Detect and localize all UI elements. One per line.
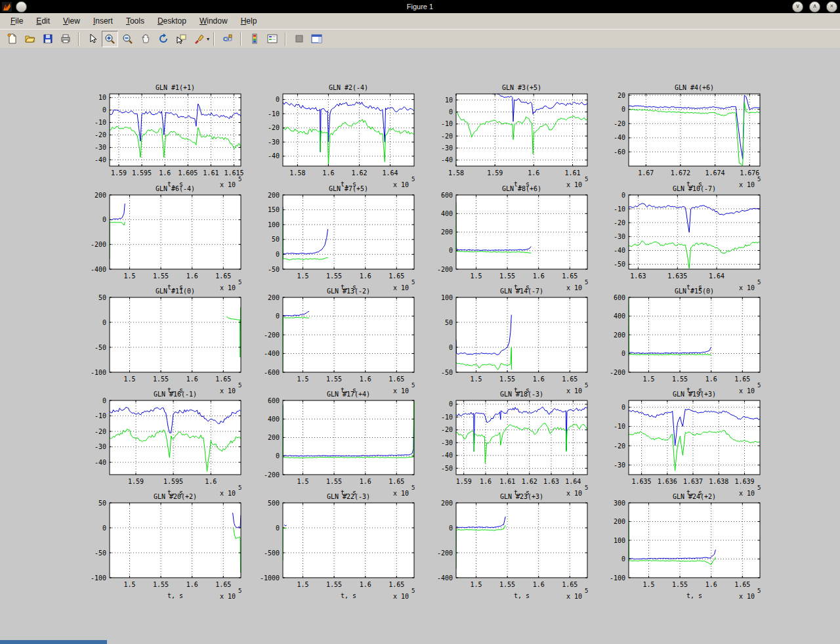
svg-text:-400: -400 xyxy=(91,266,106,273)
subplot-6[interactable]: 1.51.551.61.65200150100500-50GLN #7(+5)t… xyxy=(268,185,415,291)
subplot-8[interactable]: 1.631.6351.640-10-20-30-40-50GLN #10(-7)… xyxy=(614,185,761,291)
svg-text:1.5: 1.5 xyxy=(297,581,308,588)
x-axis-exponent: x 10 xyxy=(220,181,236,188)
svg-text:1.638: 1.638 xyxy=(709,478,728,485)
subplot-title: GLN #11(0) xyxy=(156,288,195,295)
svg-text:1.65: 1.65 xyxy=(388,376,404,383)
svg-text:1.59: 1.59 xyxy=(456,478,472,485)
svg-text:1.55: 1.55 xyxy=(326,376,342,383)
subplot-7[interactable]: 1.51.551.61.656004002000-200GLN #8(+6)t,… xyxy=(437,185,589,291)
figure-canvas[interactable]: 1.591.5951.61.6051.611.615100-10-20-30-4… xyxy=(0,48,840,644)
window-titlebar[interactable]: Figure 1 ∨ ∧ × xyxy=(0,0,840,13)
hide-plot-tools-button[interactable] xyxy=(291,31,307,47)
background-window-strip xyxy=(0,640,107,644)
selection-arrow-icon xyxy=(87,33,98,44)
subplot-12[interactable]: 1.51.551.61.656004002000-200GLN #15(0)t,… xyxy=(610,288,761,395)
subplot-15[interactable]: 1.591.61.611.621.631.640-10-20-30-40-50G… xyxy=(441,391,588,497)
subplot-10[interactable]: 1.51.551.61.652000-200-400-600GLN #13(-2… xyxy=(264,288,415,395)
svg-text:400: 400 xyxy=(614,312,625,320)
close-button[interactable]: × xyxy=(826,1,837,12)
svg-text:-100: -100 xyxy=(91,574,106,582)
subplot-14[interactable]: 1.51.551.61.656004002000-200GLN #17(+4)t… xyxy=(264,391,415,497)
svg-text:-50: -50 xyxy=(441,369,453,376)
x-axis-exponent: x 10 xyxy=(566,284,582,291)
subplot-2[interactable]: 1.581.61.621.640-10-20-30-40GLN #2(-4)t,… xyxy=(268,84,415,188)
svg-text:1.65: 1.65 xyxy=(215,272,231,280)
maximize-button[interactable]: ∧ xyxy=(809,1,820,12)
svg-text:-10: -10 xyxy=(94,119,106,126)
brush-data-button[interactable] xyxy=(190,31,207,47)
edit-plot-button[interactable] xyxy=(84,31,100,47)
menu-edit[interactable]: Edit xyxy=(30,14,56,28)
svg-text:-20: -20 xyxy=(94,428,106,435)
subplot-title: GLN #10(-7) xyxy=(673,185,716,192)
pan-button[interactable] xyxy=(137,31,154,47)
menu-view[interactable]: View xyxy=(56,14,87,28)
subplot-17[interactable]: 1.51.551.61.65500-50-100GLN #20(+2)t, sx… xyxy=(91,493,242,600)
subplot-5[interactable]: 1.51.551.61.652000-200-400GLN #6(-4)t, s… xyxy=(91,185,242,291)
svg-text:0: 0 xyxy=(102,397,106,404)
subplot-title: GLN #20(+2) xyxy=(154,493,197,500)
svg-text:20: 20 xyxy=(618,92,625,99)
svg-text:5: 5 xyxy=(585,279,588,286)
insert-legend-button[interactable] xyxy=(264,31,280,47)
menu-help[interactable]: Help xyxy=(234,14,264,28)
subplot-1[interactable]: 1.591.5951.61.6051.611.615100-10-20-30-4… xyxy=(94,84,244,188)
new-figure-button[interactable] xyxy=(4,31,20,47)
subplot-title: GLN #7(+5) xyxy=(329,185,368,192)
svg-text:-20: -20 xyxy=(614,219,625,226)
x-axis-exponent: x 10 xyxy=(393,593,409,600)
menu-desktop[interactable]: Desktop xyxy=(151,14,193,28)
brush-dropdown-caret[interactable]: ▾ xyxy=(207,36,209,42)
svg-text:-50: -50 xyxy=(614,261,625,268)
minimize-button[interactable]: ∨ xyxy=(792,1,803,12)
subplot-9[interactable]: 1.51.551.61.65500-50-100GLN #11(0)t, sx … xyxy=(91,288,242,395)
subplot-13[interactable]: 1.591.5951.60-10-20-30-40GLN #16(-1)t, s… xyxy=(94,391,242,497)
menu-window[interactable]: Window xyxy=(193,14,234,28)
window-menu-button[interactable] xyxy=(16,1,27,12)
show-plot-tools-button[interactable] xyxy=(308,31,325,47)
subplot-4[interactable]: 1.671.6721.6741.676200-20-40-60GLN #4(+6… xyxy=(614,84,761,188)
open-file-button[interactable] xyxy=(22,31,38,47)
svg-text:0: 0 xyxy=(621,555,625,563)
subplot-16[interactable]: 1.6351.6361.6371.6381.6390-10-20-30GLN #… xyxy=(614,391,761,497)
svg-text:-20: -20 xyxy=(441,426,453,433)
print-figure-button[interactable] xyxy=(57,31,74,47)
svg-text:0: 0 xyxy=(276,525,280,532)
data-cursor-button[interactable] xyxy=(173,31,189,47)
menu-insert[interactable]: Insert xyxy=(87,14,119,28)
svg-text:1.65: 1.65 xyxy=(215,376,231,383)
menu-tools[interactable]: Tools xyxy=(119,14,151,28)
subplot-20[interactable]: 1.51.551.61.653002001000-100GLN #24(+2)t… xyxy=(610,493,761,600)
subplot-11[interactable]: 1.51.551.61.65100500-50GLN #14(-7)t, sx … xyxy=(441,288,588,395)
pan-hand-icon xyxy=(140,33,151,44)
svg-text:1.65: 1.65 xyxy=(734,581,750,588)
zoom-in-button[interactable] xyxy=(102,31,118,47)
subplot-3[interactable]: 1.581.591.61.61100-10-20-30-40GLN #3(+5)… xyxy=(441,81,588,188)
svg-text:1.6: 1.6 xyxy=(480,478,492,485)
svg-text:0: 0 xyxy=(621,404,625,411)
svg-text:0: 0 xyxy=(449,344,453,351)
insert-colorbar-button[interactable] xyxy=(246,31,262,47)
zoom-out-button[interactable] xyxy=(119,31,136,47)
svg-text:1.58: 1.58 xyxy=(448,169,464,177)
save-figure-button[interactable] xyxy=(39,31,56,47)
svg-text:-20: -20 xyxy=(614,120,625,127)
link-plot-button[interactable] xyxy=(219,31,236,47)
svg-text:100: 100 xyxy=(614,537,625,544)
svg-text:1.65: 1.65 xyxy=(562,272,578,280)
toolbar-separator xyxy=(240,32,242,46)
svg-text:0: 0 xyxy=(276,96,280,103)
x-axis-exponent: x 10 xyxy=(393,387,409,395)
subplot-19[interactable]: 1.51.551.61.652000-200-400GLN #23(+3)t, … xyxy=(437,493,589,600)
svg-text:1.6: 1.6 xyxy=(528,169,539,177)
rotate-3d-button[interactable] xyxy=(155,31,171,47)
svg-text:200: 200 xyxy=(268,294,280,301)
svg-text:600: 600 xyxy=(614,294,625,301)
subplot-18[interactable]: 1.51.551.61.655000-500-1000GLN #22(-3)t,… xyxy=(260,493,415,600)
svg-text:1.59: 1.59 xyxy=(487,169,503,177)
svg-text:1.55: 1.55 xyxy=(153,272,169,280)
svg-text:1.59: 1.59 xyxy=(111,169,127,177)
svg-text:-50: -50 xyxy=(268,266,280,273)
menu-file[interactable]: File xyxy=(4,14,30,28)
